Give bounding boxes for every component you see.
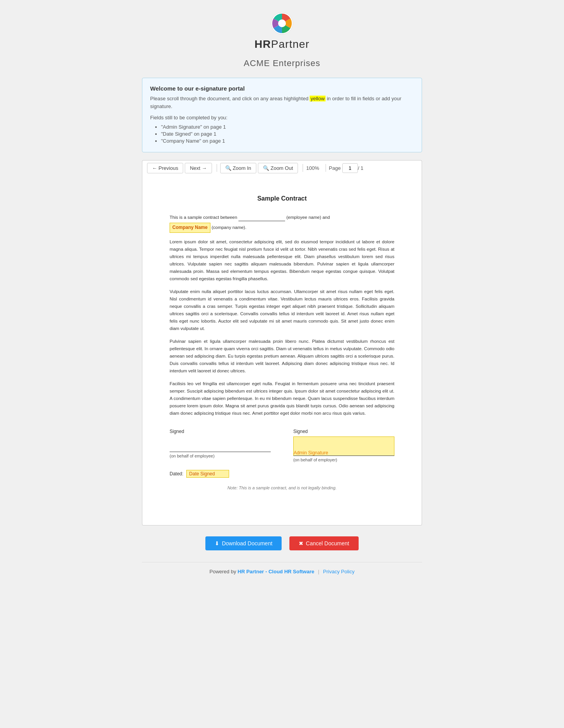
footer-link[interactable]: HR Partner - Cloud HR Software bbox=[238, 569, 314, 574]
svg-point-1 bbox=[278, 19, 286, 27]
toolbar-separator-1 bbox=[217, 164, 217, 172]
date-signed-field[interactable]: Date Signed bbox=[186, 470, 229, 478]
logo-area: HRPartner bbox=[142, 12, 422, 51]
doc-intro: This is a sample contract between (emplo… bbox=[170, 214, 394, 222]
cancel-icon: ✖ bbox=[299, 540, 303, 546]
employee-name-field bbox=[238, 214, 285, 222]
footer: Powered by HR Partner - Cloud HR Softwar… bbox=[142, 562, 422, 574]
signatures-row: Signed (on behalf of employee) Signed Ad… bbox=[170, 429, 394, 462]
doc-para-1: Lorem ipsum dolor sit amet, consectetur … bbox=[170, 238, 394, 283]
field-item-3: "Company Name" on page 1 bbox=[161, 138, 414, 144]
page-label: Page bbox=[329, 165, 341, 171]
prev-button[interactable]: ← Previous bbox=[147, 163, 183, 173]
company-name-field[interactable]: Company Name bbox=[170, 223, 210, 233]
sig-label-right: Signed bbox=[293, 429, 394, 434]
dated-label: Dated: bbox=[170, 471, 183, 477]
sig-sub-label-left: (on behalf of employee) bbox=[170, 454, 271, 458]
sig-col-left: Signed (on behalf of employee) bbox=[170, 429, 271, 462]
doc-para-4: Facilisis leo vel fringilla est ullamcor… bbox=[170, 380, 394, 417]
toolbar-separator-2 bbox=[303, 164, 303, 172]
footer-pipe: | bbox=[318, 569, 319, 574]
zoom-percent: 100% bbox=[306, 165, 319, 171]
action-buttons: ⬇ Download Document ✖ Cancel Document bbox=[142, 536, 422, 550]
next-button[interactable]: Next → bbox=[185, 163, 212, 173]
doc-company-line: Company Name (company name). bbox=[170, 223, 394, 233]
highlight-yellow: yellow bbox=[310, 96, 325, 101]
fields-label: Fields still to be completed by you: bbox=[150, 114, 414, 122]
welcome-title: Welcome to our e-signature portal bbox=[150, 85, 414, 92]
brand-name: HRPartner bbox=[142, 38, 422, 51]
fields-list: "Admin Signature" on page 1 "Date Signed… bbox=[150, 124, 414, 144]
privacy-link[interactable]: Privacy Policy bbox=[323, 569, 355, 574]
footer-powered-by: Powered by bbox=[209, 569, 236, 574]
doc-para-3: Pulvinar sapien et ligula ullamcorper ma… bbox=[170, 338, 394, 375]
welcome-description: Please scroll through the document, and … bbox=[150, 95, 414, 110]
field-item-1: "Admin Signature" on page 1 bbox=[161, 124, 414, 130]
document-area: Sample Contract This is a sample contrac… bbox=[142, 176, 422, 525]
admin-sig-label[interactable]: Admin Signature bbox=[294, 450, 328, 456]
employer-sig-line[interactable]: Admin Signature bbox=[293, 436, 394, 456]
download-button[interactable]: ⬇ Download Document bbox=[205, 536, 282, 550]
field-item-2: "Date Signed" on page 1 bbox=[161, 131, 414, 137]
download-icon: ⬇ bbox=[215, 540, 219, 546]
welcome-box: Welcome to our e-signature portal Please… bbox=[142, 78, 422, 152]
page-total: / 1 bbox=[358, 165, 363, 171]
sig-label-left: Signed bbox=[170, 429, 271, 434]
document-title: Sample Contract bbox=[170, 195, 394, 202]
document-toolbar: ← Previous Next → 🔍 Zoom In 🔍 Zoom Out 1… bbox=[142, 160, 422, 176]
company-title: ACME Enterprises bbox=[142, 58, 422, 68]
sig-col-right: Signed Admin Signature (on behalf of emp… bbox=[293, 429, 394, 462]
cancel-button[interactable]: ✖ Cancel Document bbox=[289, 536, 358, 550]
dated-row: Dated: Date Signed bbox=[170, 470, 394, 478]
sig-sub-label-right: (on behalf of employer) bbox=[293, 457, 394, 462]
page-input[interactable] bbox=[342, 163, 358, 173]
doc-note: Note: This is a sample contract, and is … bbox=[170, 485, 394, 490]
toolbar-separator-3 bbox=[326, 164, 326, 172]
employee-sig-line bbox=[170, 436, 271, 452]
doc-para-2: Vulputate enim nulla aliquet porttitor l… bbox=[170, 288, 394, 332]
zoom-out-button[interactable]: 🔍 Zoom Out bbox=[258, 163, 298, 173]
hrpartner-logo bbox=[270, 12, 294, 35]
zoom-in-button[interactable]: 🔍 Zoom In bbox=[220, 163, 256, 173]
